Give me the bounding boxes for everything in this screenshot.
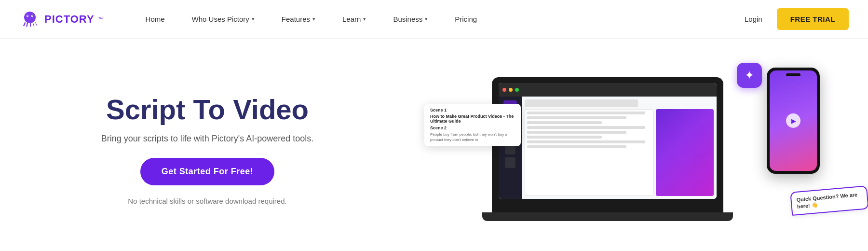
nav-home-label: Home (146, 15, 165, 23)
phone-notch (786, 73, 800, 76)
nav-learn-label: Learn (342, 15, 361, 23)
screen-toolbar (499, 83, 717, 97)
maximize-dot (515, 88, 519, 92)
screen-editor (525, 109, 654, 196)
nav-actions: Login FREE TRIAL (740, 8, 849, 30)
screen-preview-area (656, 109, 714, 196)
nav-pricing-label: Pricing (455, 15, 477, 23)
phone-mockup: ▶ (767, 68, 820, 174)
editor-line (527, 140, 645, 143)
hero-title: Script To Video (106, 94, 309, 125)
nav-links: Home Who Uses Pictory ▾ Features ▾ Learn… (132, 0, 740, 39)
ai-icon-bubble: ✦ (737, 63, 762, 88)
chevron-down-icon: ▾ (363, 16, 366, 22)
scene2-label: Scene 2 (430, 126, 515, 130)
nav-business-label: Business (393, 15, 422, 23)
editor-line (527, 136, 602, 139)
minimize-dot (509, 88, 513, 92)
nav-pricing[interactable]: Pricing (441, 0, 490, 39)
nav-features[interactable]: Features ▾ (268, 0, 329, 39)
floating-card-title: How to Make Great Product Videos - The U… (430, 114, 515, 124)
screen-content-row (525, 109, 714, 196)
nav-features-label: Features (282, 15, 310, 23)
editor-line (527, 116, 626, 119)
editor-line (527, 121, 602, 124)
scene1-label: Scene 1 (430, 108, 515, 112)
ai-star-icon: ✦ (745, 69, 754, 82)
nav-business[interactable]: Business ▾ (380, 0, 441, 39)
chat-bubble[interactable]: Quick Question? We are here! 👋 (790, 186, 868, 216)
editor-line (527, 145, 626, 148)
hero-note: No technical skills or software download… (128, 197, 286, 205)
svg-point-3 (27, 15, 28, 16)
editor-line (527, 126, 645, 129)
screen-main (522, 97, 717, 199)
chevron-down-icon: ▾ (425, 16, 428, 22)
logo-icon (19, 9, 41, 30)
laptop-mockup: Scene 1 How to Make Great Product Videos… (492, 77, 723, 222)
cta-button[interactable]: Get Started For Free! (140, 158, 275, 185)
logo[interactable]: PICTORY™ (19, 9, 103, 30)
laptop-body: Scene 1 How to Make Great Product Videos… (492, 77, 723, 212)
laptop-base (482, 212, 733, 221)
logo-text: PICTORY (44, 13, 95, 26)
nav-who-uses-label: Who Uses Pictory (192, 15, 249, 23)
navbar: PICTORY™ Home Who Uses Pictory ▾ Feature… (0, 0, 868, 39)
chevron-down-icon: ▾ (312, 16, 315, 22)
close-dot (502, 88, 506, 92)
laptop-screen (499, 83, 717, 199)
hero-subtitle: Bring your scripts to life with Pictory'… (101, 132, 314, 145)
screen-body (499, 97, 717, 199)
floating-card-text: People buy from people, but they won't b… (430, 132, 515, 142)
logo-tm: ™ (98, 16, 103, 22)
chevron-down-icon: ▾ (252, 16, 255, 22)
svg-point-4 (32, 15, 33, 16)
nav-learn[interactable]: Learn ▾ (329, 0, 380, 39)
hero-right: ✦ (376, 48, 868, 251)
hero-section: Script To Video Bring your scripts to li… (0, 39, 868, 251)
nav-who-uses[interactable]: Who Uses Pictory ▾ (178, 0, 268, 39)
chat-widget[interactable]: Quick Question? We are here! 👋 (791, 189, 868, 212)
screen-header-bar (525, 99, 638, 107)
sidebar-nav-4 (505, 157, 515, 168)
preview-gradient (656, 109, 714, 196)
nav-home[interactable]: Home (132, 0, 178, 39)
svg-point-0 (24, 12, 36, 23)
free-trial-button[interactable]: FREE TRIAL (777, 8, 849, 30)
editor-line (527, 131, 626, 134)
editor-line (527, 112, 645, 114)
phone-screen: ▶ (770, 70, 817, 171)
hero-left: Script To Video Bring your scripts to li… (39, 94, 376, 206)
login-button[interactable]: Login (740, 15, 767, 23)
play-button-icon: ▶ (786, 113, 800, 128)
floating-script-card: Scene 1 How to Make Great Product Videos… (424, 104, 521, 146)
